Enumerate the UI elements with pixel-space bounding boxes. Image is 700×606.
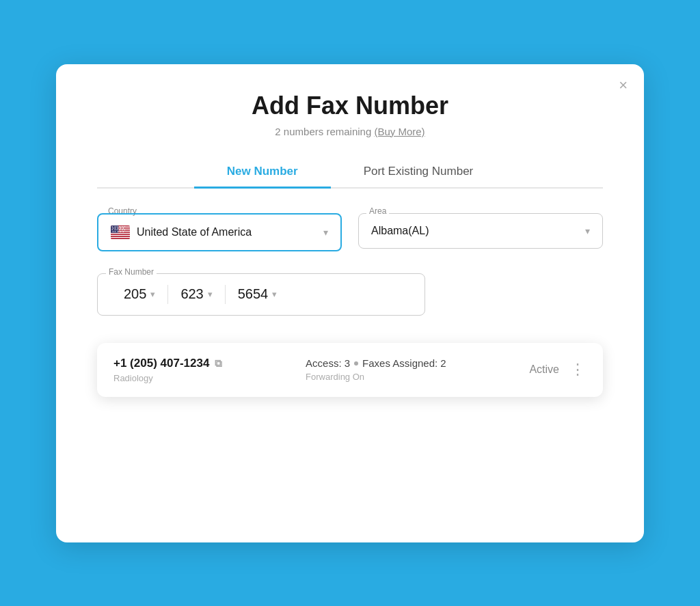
phone-sublabel: Radiology xyxy=(113,373,222,383)
area-select[interactable]: Albama(AL) ▾ xyxy=(358,213,603,249)
fax-segment-3-chevron: ▾ xyxy=(272,289,277,299)
access-text: Access: 3 xyxy=(306,357,350,369)
bottom-card-left: +1 (205) 407-1234 ⧉ Radiology xyxy=(113,357,222,383)
country-field-group: Country xyxy=(97,213,342,251)
svg-rect-7 xyxy=(111,232,130,234)
fax-segment-1[interactable]: 205 ▾ xyxy=(111,286,167,302)
status-badge: Active xyxy=(529,363,559,376)
svg-rect-11 xyxy=(111,236,130,238)
area-value: Albama(AL) xyxy=(371,225,429,237)
close-button[interactable]: × xyxy=(619,78,628,93)
copy-icon[interactable]: ⧉ xyxy=(215,357,222,370)
bottom-card-right: Active ⋮ xyxy=(529,361,587,378)
fax-segment-2-chevron: ▾ xyxy=(208,289,213,299)
tab-new-number[interactable]: New Number xyxy=(194,156,331,189)
fax-segment-1-chevron: ▾ xyxy=(150,289,155,299)
access-info-row: Access: 3 Faxes Assigned: 2 xyxy=(306,357,446,369)
svg-rect-10 xyxy=(111,236,130,237)
svg-text:★ ★ ★ ★ ★: ★ ★ ★ ★ ★ xyxy=(112,230,124,232)
country-select[interactable]: ★ ★ ★ ★ ★ ★ ★ ★ ★ ★ ★ ★ ★ ★ ★ ★ ★ ★ ★ ★ … xyxy=(97,213,342,251)
forwarding-label: Forwarding On xyxy=(306,372,446,382)
fax-number-group: Fax Number 205 ▾ 623 ▾ 5654 ▾ xyxy=(97,273,425,316)
area-field-group: Area Albama(AL) ▾ xyxy=(358,213,603,251)
bottom-card-middle: Access: 3 Faxes Assigned: 2 Forwarding O… xyxy=(306,357,446,382)
svg-rect-12 xyxy=(111,238,130,239)
country-chevron-icon: ▾ xyxy=(323,227,328,238)
tabs-container: New Number Port Existing Number xyxy=(97,156,603,189)
faxes-assigned-text: Faxes Assigned: 2 xyxy=(362,357,446,369)
area-chevron-icon: ▾ xyxy=(585,225,590,236)
separator-dot xyxy=(354,361,358,366)
fax-number-label: Fax Number xyxy=(106,267,157,277)
fax-segment-2[interactable]: 623 ▾ xyxy=(168,286,224,302)
svg-rect-9 xyxy=(111,234,130,236)
fields-row: Country xyxy=(97,213,603,251)
phone-number-row: +1 (205) 407-1234 ⧉ xyxy=(113,357,222,370)
modal-subtitle: 2 numbers remaining (Buy More) xyxy=(97,126,603,137)
modal-title: Add Fax Number xyxy=(97,92,603,120)
modal: × Add Fax Number 2 numbers remaining (Bu… xyxy=(56,64,644,542)
buy-more-link[interactable]: (Buy More) xyxy=(374,126,425,137)
area-label: Area xyxy=(366,206,389,216)
phone-number-text: +1 (205) 407-1234 xyxy=(113,357,209,370)
bottom-card: +1 (205) 407-1234 ⧉ Radiology Access: 3 … xyxy=(97,343,603,397)
kebab-menu-icon[interactable]: ⋮ xyxy=(570,361,587,378)
svg-rect-8 xyxy=(111,234,130,235)
tab-port-existing[interactable]: Port Existing Number xyxy=(331,156,507,189)
us-flag-icon: ★ ★ ★ ★ ★ ★ ★ ★ ★ ★ ★ ★ ★ ★ ★ ★ ★ ★ ★ ★ … xyxy=(111,225,130,239)
country-select-content: ★ ★ ★ ★ ★ ★ ★ ★ ★ ★ ★ ★ ★ ★ ★ ★ ★ ★ ★ ★ … xyxy=(111,225,252,239)
country-value: United State of America xyxy=(137,226,252,238)
fax-segment-3[interactable]: 5654 ▾ xyxy=(226,286,290,302)
